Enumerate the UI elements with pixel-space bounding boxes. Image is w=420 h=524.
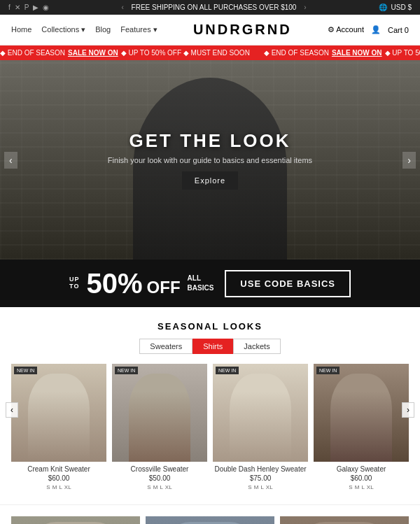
product-price-4: $60.00 [314,474,409,482]
nav-blog[interactable]: Blog [95,25,111,34]
promo-code-value: BASICS [297,278,335,289]
nav-links: Home Collections ▾ Blog Features ▾ [11,25,158,34]
promo-percent: 50% [87,269,143,297]
product-name-2: Crossville Sweater [112,465,207,473]
nav-home[interactable]: Home [11,25,31,34]
category-tops: TOPS Every day essentials in T-Shirts an… [11,516,140,524]
next-arrow[interactable]: › [304,3,306,11]
product-image-3[interactable]: NEW IN [213,364,308,462]
promo-off: OFF [147,278,181,297]
products-prev[interactable]: ‹ [6,402,18,418]
product-sizes-1: SMLXL [11,484,106,490]
product-name-1: Cream Knit Sweater [11,465,106,473]
products-grid: NEW IN Cream Knit Sweater $60.00 SMLXL N… [11,364,409,490]
product-badge-3: NEW IN [216,367,239,374]
top-bar: f ✕ P ▶ ◉ ‹ FREE SHIPPING ON ALL PURCHAS… [0,0,420,15]
category-outerwear-image [146,516,274,524]
ticker-item: ◆ END OF SEASON SALE NOW ON ◆ UP TO 50% … [0,49,250,57]
promo-all-basics: ALLBASICS [188,274,214,293]
product-badge-4: NEW IN [316,367,340,374]
ticker-inner: ◆ END OF SEASON SALE NOW ON ◆ UP TO 50% … [0,49,420,57]
product-card-2: NEW IN Crossville Sweater $50.00 SMLXL [112,364,207,490]
globe-icon: 🌐 [379,3,387,11]
logo[interactable]: UNDRGRND [193,22,292,38]
hero-title: GET THE LOOK [108,130,312,152]
ticker-item: ◆ END OF SEASON SALE NOW ON ◆ UP TO 50% … [264,49,420,57]
sale-ticker: ◆ END OF SEASON SALE NOW ON ◆ UP TO 50% … [0,45,420,60]
tab-sweaters[interactable]: Sweaters [139,339,192,354]
product-name-3: Double Dash Henley Sweater [213,465,308,473]
products-next[interactable]: › [402,402,414,418]
user-icon[interactable]: 👤 [371,25,381,34]
categories-section: TOPS Every day essentials in T-Shirts an… [0,505,420,524]
product-card-3: NEW IN Double Dash Henley Sweater $75.00… [213,364,308,490]
shipping-message: ‹ FREE SHIPPING ON ALL PURCHASES OVER $1… [121,3,306,11]
seasonal-section: SEASONAL LOOKS Sweaters Shirts Jackets ‹… [0,307,420,504]
category-basics-image [280,516,409,524]
cart-link[interactable]: Cart 0 [388,26,409,34]
product-card-4: NEW IN Galaxy Sweater $60.00 SMLXL [314,364,409,490]
facebook-icon[interactable]: f [8,3,10,11]
nav-features[interactable]: Features ▾ [120,25,157,34]
product-sizes-2: SMLXL [112,484,207,490]
product-image-4[interactable]: NEW IN [314,364,409,462]
twitter-icon[interactable]: ✕ [15,3,20,11]
tab-jackets[interactable]: Jackets [233,339,280,354]
nav-collections[interactable]: Collections ▾ [41,25,85,34]
top-bar-right: 🌐 USD $ [379,3,412,11]
product-sizes-4: SMLXL [314,484,409,490]
hero-subtitle: Finish your look with our guide to basic… [108,156,312,164]
promo-up-to: UPTO [69,276,80,290]
hero-next[interactable]: › [402,152,416,169]
promo-bar: UPTO 50% OFF ALLBASICS USE CODE BASICS [0,260,420,307]
category-basics: BASICS Finish your look in style Shop Ba… [280,516,409,524]
navbar: Home Collections ▾ Blog Features ▾ UNDRG… [0,15,420,45]
seasonal-title: SEASONAL LOOKS [11,321,409,332]
hero-content: GET THE LOOK Finish your look with our g… [108,130,312,190]
tab-shirts[interactable]: Shirts [192,339,233,354]
product-price-3: $75.00 [213,474,308,482]
product-sizes-3: SMLXL [213,484,308,490]
social-icons: f ✕ P ▶ ◉ [8,3,49,11]
instagram-icon[interactable]: ◉ [43,3,49,11]
youtube-icon[interactable]: ▶ [33,3,38,11]
category-outerwear: OUTERWEAR Hats, hoodies and fashion acce… [146,516,274,524]
product-image-2[interactable]: NEW IN [112,364,207,462]
pinterest-icon[interactable]: P [24,3,29,11]
product-price-2: $50.00 [112,474,207,482]
product-badge-1: NEW IN [14,367,37,374]
product-image-1[interactable]: NEW IN [11,364,106,462]
nav-right: ⚙ Account 👤 Cart 0 [328,25,409,34]
hero-prev[interactable]: ‹ [4,152,18,169]
promo-code-button[interactable]: USE CODE BASICS [225,270,351,297]
products-grid-wrapper: ‹ NEW IN Cream Knit Sweater $60.00 SMLXL [11,364,409,490]
hero-explore-button[interactable]: Explore [182,171,238,190]
account-link[interactable]: ⚙ Account [328,25,364,34]
prev-arrow[interactable]: ‹ [121,3,123,11]
product-price-1: $60.00 [11,474,106,482]
product-badge-2: NEW IN [115,367,138,374]
category-tops-image [11,516,140,524]
product-name-4: Galaxy Sweater [314,465,409,473]
hero-section: ‹ GET THE LOOK Finish your look with our… [0,60,420,260]
product-card-1: NEW IN Cream Knit Sweater $60.00 SMLXL [11,364,106,490]
seasonal-tabs: Sweaters Shirts Jackets [11,339,409,354]
